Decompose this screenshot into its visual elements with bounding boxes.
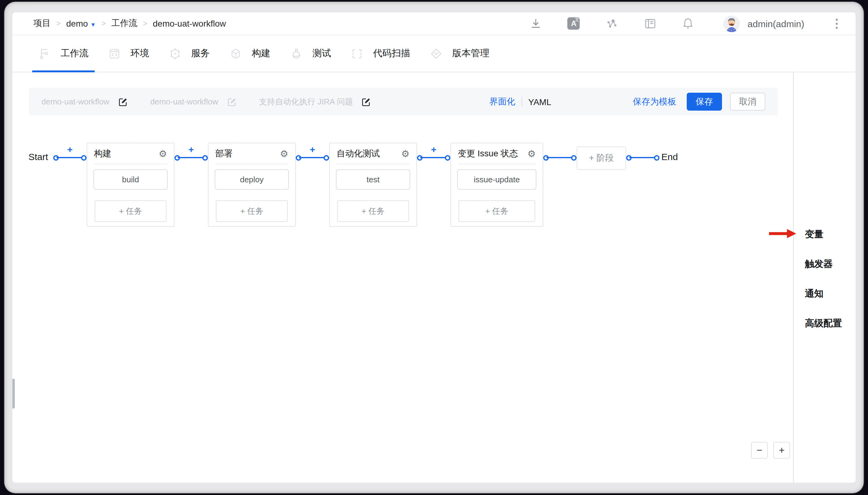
translate-icon[interactable]: A 文: [568, 17, 580, 30]
mode-toggle-yaml[interactable]: YAML: [528, 97, 551, 107]
edit-icon[interactable]: [227, 97, 236, 106]
start-node: Start: [29, 151, 53, 162]
stage-header: 变更 Issue 状态 ⚙: [451, 143, 543, 164]
add-task-button[interactable]: + 任务: [337, 200, 409, 222]
services-icon: [169, 47, 181, 59]
connector-dot: [324, 155, 329, 161]
sidebar-item-variables[interactable]: 变量: [794, 228, 856, 258]
gear-icon[interactable]: ⚙: [527, 149, 536, 158]
test-icon: [290, 47, 302, 59]
tab-builds[interactable]: 构建: [223, 35, 277, 72]
tab-label: 服务: [191, 48, 210, 59]
notifications-icon[interactable]: [683, 17, 694, 30]
add-task-button[interactable]: + 任务: [458, 200, 535, 222]
gear-icon[interactable]: ⚙: [159, 149, 167, 158]
user-name[interactable]: admin(admin): [748, 18, 804, 29]
breadcrumb-project-demo[interactable]: demo▼: [66, 19, 96, 29]
left-drawer-handle[interactable]: [12, 379, 15, 409]
workflow-name-field: demo-uat-workflow: [42, 97, 128, 106]
breadcrumb-current-workflow: demo-uat-workflow: [153, 19, 226, 29]
module-tabs: 工作流 环境 服务 构建: [12, 35, 856, 72]
stage-connector: +: [175, 143, 208, 164]
workflow-description-field: 支持自动化执行 JIRA 问题: [259, 96, 371, 107]
tab-tests[interactable]: 测试: [284, 35, 337, 72]
documentation-icon[interactable]: [644, 18, 657, 29]
sidebar-item-triggers[interactable]: 触发器: [794, 258, 856, 287]
workflow-config-sidebar: 变量 触发器 通知 高级配置: [793, 72, 856, 483]
save-as-template-link[interactable]: 保存为模板: [633, 96, 676, 107]
cancel-button[interactable]: 取消: [730, 93, 765, 110]
connector-line: [546, 157, 574, 158]
task-node[interactable]: issue-update: [457, 169, 536, 190]
avatar[interactable]: [723, 15, 740, 32]
workflow-graph: Start + 构建 ⚙ build + 任务: [29, 143, 678, 227]
add-stage-plus-button[interactable]: +: [175, 144, 208, 154]
stage-title: 变更 Issue 状态: [458, 148, 518, 159]
workflow-canvas: demo-uat-workflow demo-uat-workflow: [12, 72, 793, 483]
stage-divider: [458, 164, 536, 165]
zoom-in-button[interactable]: +: [773, 442, 790, 459]
connector-dot: [571, 155, 577, 161]
stage-title: 自动化测试: [337, 148, 380, 159]
edit-icon[interactable]: [362, 97, 371, 106]
mode-divider: [522, 97, 522, 106]
translate-letter-small: 文: [575, 17, 579, 22]
canvas-zoom-controls: − +: [751, 442, 790, 459]
tab-releases[interactable]: 版本管理: [424, 35, 495, 72]
breadcrumb-separator: >: [56, 19, 61, 28]
tab-label: 代码扫描: [373, 48, 410, 59]
add-task-button[interactable]: + 任务: [216, 200, 288, 222]
tab-label: 构建: [252, 48, 271, 59]
add-stage-button[interactable]: + 阶段: [577, 147, 626, 170]
task-node[interactable]: test: [336, 169, 410, 190]
add-stage-plus-button[interactable]: +: [53, 144, 87, 154]
stage-title: 部署: [215, 148, 233, 159]
main-area: demo-uat-workflow demo-uat-workflow: [12, 72, 856, 483]
stage-header: 自动化测试 ⚙: [330, 143, 416, 164]
workflow-settings-bar: demo-uat-workflow demo-uat-workflow: [29, 88, 778, 116]
connector-line: [420, 157, 447, 158]
add-stage-plus-button[interactable]: +: [296, 144, 329, 154]
chevron-down-icon: ▼: [90, 22, 96, 28]
save-button[interactable]: 保存: [687, 93, 722, 110]
tab-label: 环境: [131, 48, 149, 59]
breadcrumb-workflows[interactable]: 工作流: [111, 18, 137, 29]
release-icon: [430, 47, 442, 59]
stage-connector: +: [543, 143, 577, 164]
task-node[interactable]: deploy: [215, 169, 289, 190]
topbar-actions: A 文: [505, 15, 838, 32]
stage-card-deploy[interactable]: 部署 ⚙ deploy + 任务: [208, 143, 296, 227]
sidebar-item-notifications[interactable]: 通知: [794, 287, 856, 317]
breadcrumb-projects[interactable]: 项目: [33, 18, 51, 29]
connector-line: [299, 157, 326, 158]
stage-card-test[interactable]: 自动化测试 ⚙ test + 任务: [329, 143, 417, 227]
tab-workflow[interactable]: 工作流: [32, 35, 95, 72]
breadcrumb-separator: >: [143, 19, 147, 28]
add-stage-plus-button[interactable]: +: [417, 144, 451, 154]
tab-label: 版本管理: [452, 48, 489, 59]
sidebar-item-advanced-settings[interactable]: 高级配置: [794, 317, 856, 347]
breadcrumb-separator: >: [101, 19, 106, 28]
stage-card-build[interactable]: 构建 ⚙ build + 任务: [87, 143, 175, 227]
stage-card-issue-update[interactable]: 变更 Issue 状态 ⚙ issue-update + 任务: [451, 143, 543, 227]
tab-services[interactable]: 服务: [163, 35, 216, 72]
integrations-icon[interactable]: [606, 17, 618, 30]
gear-icon[interactable]: ⚙: [401, 149, 410, 158]
task-node[interactable]: build: [94, 169, 168, 190]
zoom-out-button[interactable]: −: [751, 442, 768, 459]
connector-dot: [654, 155, 659, 161]
connector-dot: [445, 155, 451, 161]
add-task-button[interactable]: + 任务: [95, 200, 166, 222]
annotation-arrow: [769, 229, 796, 241]
more-menu-icon[interactable]: [835, 18, 838, 29]
build-icon: [230, 47, 242, 59]
workflow-actions: 界面化 YAML 保存为模板 保存 取消: [489, 93, 765, 110]
gear-icon[interactable]: ⚙: [280, 149, 288, 158]
download-icon[interactable]: [530, 18, 542, 29]
mode-toggle-ui[interactable]: 界面化: [489, 96, 515, 107]
edit-icon[interactable]: [119, 97, 128, 106]
workflow-name-value: demo-uat-workflow: [42, 97, 110, 106]
tab-code-scan[interactable]: 代码扫描: [345, 35, 416, 72]
tab-environments[interactable]: 环境: [102, 35, 155, 72]
connector-dot: [81, 155, 87, 161]
